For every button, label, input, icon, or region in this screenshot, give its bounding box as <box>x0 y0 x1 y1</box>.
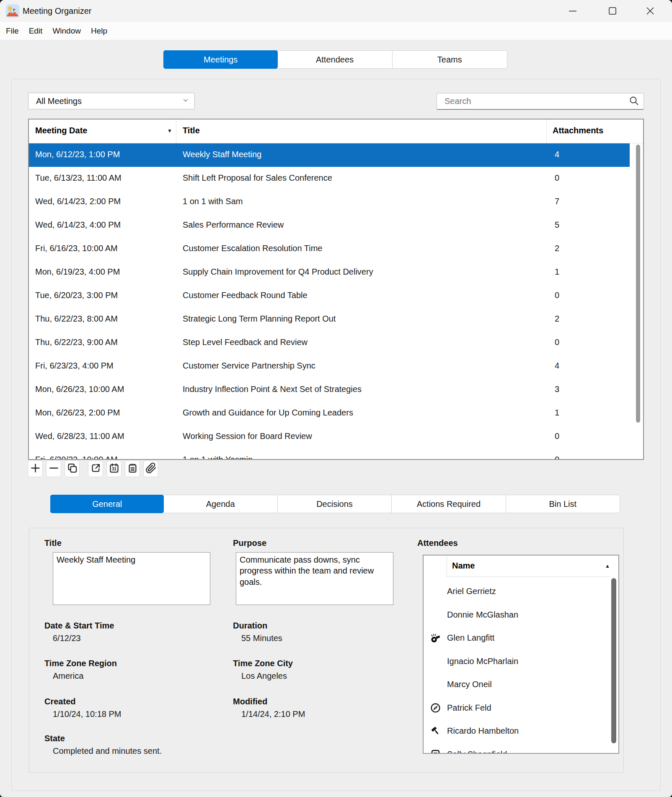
attendee-row[interactable]: Glen Langfitt <box>424 626 610 650</box>
title-field[interactable]: Weekly Staff Meeting <box>53 552 210 605</box>
attendees-scrollbar-thumb[interactable] <box>611 578 616 743</box>
date-start-value: 6/12/23 <box>53 633 81 643</box>
minimize-button[interactable] <box>563 1 582 21</box>
cell-attachments: 0 <box>555 455 559 459</box>
cell-meeting-date: Wed, 6/14/23, 2:00 PM <box>35 197 121 206</box>
table-row[interactable]: Thu, 6/22/23, 8:00 AMStrategic Long Term… <box>29 308 630 331</box>
search-icon[interactable] <box>628 95 639 108</box>
column-divider <box>447 556 447 576</box>
meetings-filter-select[interactable]: All Meetings <box>28 93 195 109</box>
cell-meeting-date: Mon, 6/12/23, 1:00 PM <box>35 150 120 159</box>
plus-icon <box>30 462 41 475</box>
header-divider <box>447 576 610 577</box>
table-row[interactable]: Wed, 6/14/23, 2:00 PM1 on 1 with Sam7 <box>29 190 630 214</box>
cell-attachments: 0 <box>555 173 559 183</box>
notes-button[interactable] <box>125 460 140 477</box>
attendee-row[interactable]: Marcy Oneil <box>424 673 610 696</box>
attachments-button[interactable] <box>143 460 158 477</box>
table-row[interactable]: Wed, 6/28/23, 11:00 AMWorking Session fo… <box>29 425 630 449</box>
attendee-row[interactable]: Donnie McGlashan <box>424 603 610 627</box>
detail-tab-bin-list[interactable]: Bin List <box>506 495 620 513</box>
cell-attachments: 2 <box>555 244 559 253</box>
menu-help[interactable]: Help <box>91 26 107 36</box>
cell-meeting-date: Mon, 6/26/23, 10:00 AM <box>35 384 124 394</box>
column-header-title[interactable]: Title <box>183 126 200 135</box>
search-input[interactable] <box>438 96 628 106</box>
detail-tab-decisions[interactable]: Decisions <box>278 495 392 513</box>
table-row[interactable]: Thu, 6/22/23, 9:00 AMStep Level Feedback… <box>29 331 630 355</box>
created-label: Created <box>44 697 75 706</box>
table-row[interactable]: Wed, 6/14/23, 4:00 PMSales Performance R… <box>29 214 630 237</box>
gavel-icon <box>424 725 447 737</box>
attendee-row[interactable]: Patrick Feld <box>424 696 610 720</box>
general-detail-panel: Title Weekly Staff Meeting Purpose Commu… <box>29 528 624 773</box>
table-row[interactable]: Tue, 6/20/23, 3:00 PMCustomer Feedback R… <box>29 284 630 308</box>
modified-value: 1/14/24, 2:10 PM <box>241 709 305 719</box>
attendee-row[interactable]: Ariel Gerrietz <box>424 580 610 603</box>
attendee-name: Ricardo Hambelton <box>447 726 519 736</box>
cell-title: Customer Feedback Round Table <box>183 291 308 300</box>
open-external-icon <box>90 462 101 475</box>
calendar-button[interactable]: 31 <box>106 460 121 477</box>
attendee-row[interactable]: Ricardo Hambelton <box>424 719 610 743</box>
detail-tab-agenda[interactable]: Agenda <box>163 495 277 513</box>
menu-window[interactable]: Window <box>52 26 81 36</box>
duration-label: Duration <box>233 621 267 631</box>
purpose-field[interactable]: Communicate pass downs, sync progress wi… <box>236 552 393 605</box>
title-label: Title <box>44 538 62 548</box>
detail-tab-actions-required[interactable]: Actions Required <box>392 495 506 513</box>
attendee-name: Marcy Oneil <box>447 680 492 689</box>
purpose-label: Purpose <box>233 538 266 548</box>
tab-attendees[interactable]: Attendees <box>277 51 392 68</box>
menu-edit[interactable]: Edit <box>29 26 43 36</box>
attendees-column-header-name[interactable]: Name <box>452 561 475 571</box>
attendee-row[interactable]: Ignacio McPharlain <box>424 650 610 673</box>
cell-title: Weekly Staff Meeting <box>183 150 261 159</box>
cell-title: Step Level Feedback and Review <box>183 337 308 347</box>
cell-attachments: 0 <box>555 337 559 347</box>
window-title: Meeting Organizer <box>23 0 92 22</box>
close-button[interactable] <box>641 1 660 21</box>
tz-city-label: Time Zone City <box>233 659 293 668</box>
column-header-attachments[interactable]: Attachments <box>553 126 603 135</box>
cell-attachments: 0 <box>555 291 559 300</box>
cell-attachments: 0 <box>555 431 559 441</box>
detail-tab-general[interactable]: General <box>50 495 164 513</box>
compass-icon <box>424 702 447 714</box>
maximize-button[interactable] <box>603 1 622 21</box>
cell-title: 1 on 1 with Sam <box>183 197 243 206</box>
attendee-row[interactable]: Sally Shoenfield <box>424 743 610 753</box>
cell-meeting-date: Fri, 6/30/23, 10:00 AM <box>35 455 118 459</box>
cell-meeting-date: Mon, 6/26/23, 2:00 PM <box>35 408 120 418</box>
table-row[interactable]: Fri, 6/16/23, 10:00 AMCustomer Escalatio… <box>29 237 630 261</box>
table-scrollbar-thumb[interactable] <box>636 145 640 423</box>
state-value: Completed and minutes sent. <box>53 746 162 756</box>
table-row[interactable]: Fri, 6/23/23, 4:00 PMCustomer Service Pa… <box>29 355 630 378</box>
column-header-meeting-date[interactable]: Meeting Date <box>35 126 87 135</box>
cell-attachments: 1 <box>555 267 559 277</box>
tab-teams[interactable]: Teams <box>393 51 507 68</box>
cell-title: Shift Left Proposal for Sales Conference <box>183 173 332 183</box>
table-row[interactable]: Mon, 6/26/23, 2:00 PMGrowth and Guidance… <box>29 402 630 425</box>
app-window: Meeting Organizer FileEditWindowHelp Mee… <box>0 0 672 797</box>
remove-meeting-button[interactable] <box>46 460 61 477</box>
table-row[interactable]: Fri, 6/30/23, 10:00 AM1 on 1 with Yasmin… <box>29 449 630 459</box>
table-row[interactable]: Mon, 6/19/23, 4:00 PMSupply Chain Improv… <box>29 261 630 284</box>
duplicate-icon <box>67 462 78 475</box>
add-meeting-button[interactable] <box>28 460 43 477</box>
tab-meetings[interactable]: Meetings <box>163 50 278 69</box>
cell-meeting-date: Wed, 6/14/23, 4:00 PM <box>35 220 121 230</box>
attendee-name: Ignacio McPharlain <box>447 657 518 666</box>
app-icon <box>6 4 19 18</box>
menu-file[interactable]: File <box>6 26 19 36</box>
table-row[interactable]: Mon, 6/26/23, 10:00 AMIndustry Inflectio… <box>29 378 630 402</box>
cell-meeting-date: Thu, 6/22/23, 9:00 AM <box>35 337 118 347</box>
duplicate-meeting-button[interactable] <box>65 460 80 477</box>
date-start-label: Date & Start Time <box>44 621 114 631</box>
attendee-name: Ariel Gerrietz <box>447 587 496 596</box>
memo-icon <box>424 749 447 753</box>
table-row[interactable]: Tue, 6/13/23, 11:00 AMShift Left Proposa… <box>29 167 630 190</box>
cell-title: Customer Service Partnership Sync <box>183 361 315 371</box>
table-row[interactable]: Mon, 6/12/23, 1:00 PMWeekly Staff Meetin… <box>29 143 630 167</box>
open-meeting-button[interactable] <box>88 460 103 477</box>
